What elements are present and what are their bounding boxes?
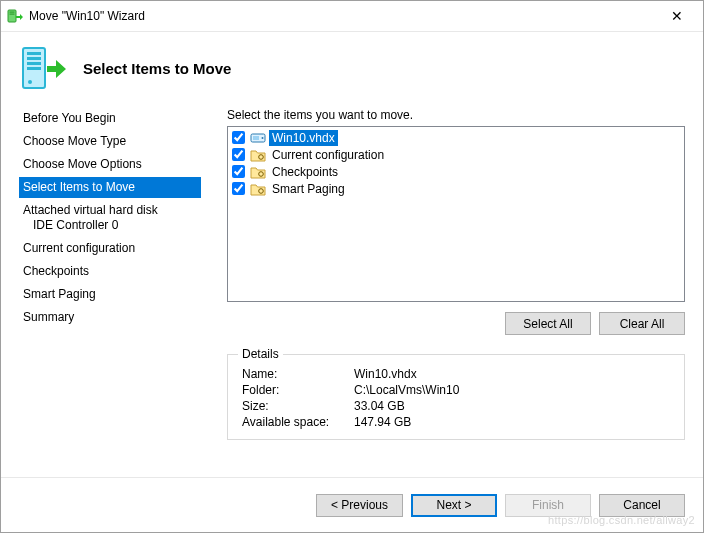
list-item[interactable]: Win10.vhdx	[231, 129, 681, 146]
app-icon	[7, 8, 23, 24]
item-label: Win10.vhdx	[269, 130, 338, 146]
wizard-content: Select the items you want to move. Win10…	[227, 106, 685, 467]
item-checkbox[interactable]	[232, 165, 245, 178]
cancel-button[interactable]: Cancel	[599, 494, 685, 517]
svg-point-11	[262, 137, 264, 139]
wizard-body: Before You Begin Choose Move Type Choose…	[1, 106, 703, 477]
details-avail-label: Available space:	[242, 415, 352, 429]
details-name-value: Win10.vhdx	[354, 367, 674, 381]
item-checkbox[interactable]	[232, 131, 245, 144]
details-avail-value: 147.94 GB	[354, 415, 674, 429]
clear-all-button[interactable]: Clear All	[599, 312, 685, 335]
folder-gear-icon	[250, 147, 266, 163]
title-bar: Move "Win10" Wizard ✕	[1, 1, 703, 32]
item-label: Current configuration	[269, 147, 387, 163]
wizard-header: Select Items to Move	[1, 32, 703, 106]
details-size-value: 33.04 GB	[354, 399, 674, 413]
wizard-footer: < Previous Next > Finish Cancel	[1, 477, 703, 532]
item-checkbox[interactable]	[232, 148, 245, 161]
svg-rect-2	[10, 14, 15, 15]
svg-rect-6	[27, 62, 41, 65]
item-label: Checkpoints	[269, 164, 341, 180]
svg-rect-10	[253, 136, 259, 140]
list-buttons: Select All Clear All	[227, 312, 685, 335]
step-attached-vhd[interactable]: Attached virtual hard disk IDE Controlle…	[19, 200, 201, 236]
step-checkpoints[interactable]: Checkpoints	[19, 261, 201, 282]
server-move-icon	[19, 44, 67, 92]
finish-button: Finish	[505, 494, 591, 517]
folder-gear-icon	[250, 164, 266, 180]
wizard-window: Move "Win10" Wizard ✕ Select Items to Mo…	[0, 0, 704, 533]
step-smart-paging[interactable]: Smart Paging	[19, 284, 201, 305]
step-attached-vhd-label: Attached virtual hard disk	[23, 203, 158, 217]
step-ide-controller-label: IDE Controller 0	[23, 218, 118, 233]
item-label: Smart Paging	[269, 181, 348, 197]
select-all-button[interactable]: Select All	[505, 312, 591, 335]
items-listbox[interactable]: Win10.vhdx Current configuration Checkpo…	[227, 126, 685, 302]
list-item[interactable]: Current configuration	[231, 146, 681, 163]
svg-point-8	[28, 80, 32, 84]
window-title: Move "Win10" Wizard	[29, 9, 655, 23]
next-button[interactable]: Next >	[411, 494, 497, 517]
details-folder-label: Folder:	[242, 383, 352, 397]
wizard-steps-sidebar: Before You Begin Choose Move Type Choose…	[19, 106, 201, 467]
step-before-you-begin[interactable]: Before You Begin	[19, 108, 201, 129]
step-current-configuration[interactable]: Current configuration	[19, 238, 201, 259]
step-choose-move-type[interactable]: Choose Move Type	[19, 131, 201, 152]
close-button[interactable]: ✕	[655, 2, 699, 30]
details-group: Details Name: Win10.vhdx Folder: C:\Loca…	[227, 347, 685, 440]
details-legend: Details	[238, 347, 283, 361]
details-size-label: Size:	[242, 399, 352, 413]
instruction-text: Select the items you want to move.	[227, 108, 685, 122]
details-folder-value: C:\LocalVms\Win10	[354, 383, 674, 397]
details-name-label: Name:	[242, 367, 352, 381]
page-title: Select Items to Move	[83, 60, 231, 77]
svg-rect-5	[27, 57, 41, 60]
step-summary[interactable]: Summary	[19, 307, 201, 328]
previous-button[interactable]: < Previous	[316, 494, 403, 517]
svg-rect-7	[27, 67, 41, 70]
svg-rect-4	[27, 52, 41, 55]
list-item[interactable]: Smart Paging	[231, 180, 681, 197]
folder-gear-icon	[250, 181, 266, 197]
item-checkbox[interactable]	[232, 182, 245, 195]
disk-icon	[250, 130, 266, 146]
list-item[interactable]: Checkpoints	[231, 163, 681, 180]
step-select-items-to-move[interactable]: Select Items to Move	[19, 177, 201, 198]
svg-rect-1	[10, 12, 15, 13]
step-choose-move-options[interactable]: Choose Move Options	[19, 154, 201, 175]
